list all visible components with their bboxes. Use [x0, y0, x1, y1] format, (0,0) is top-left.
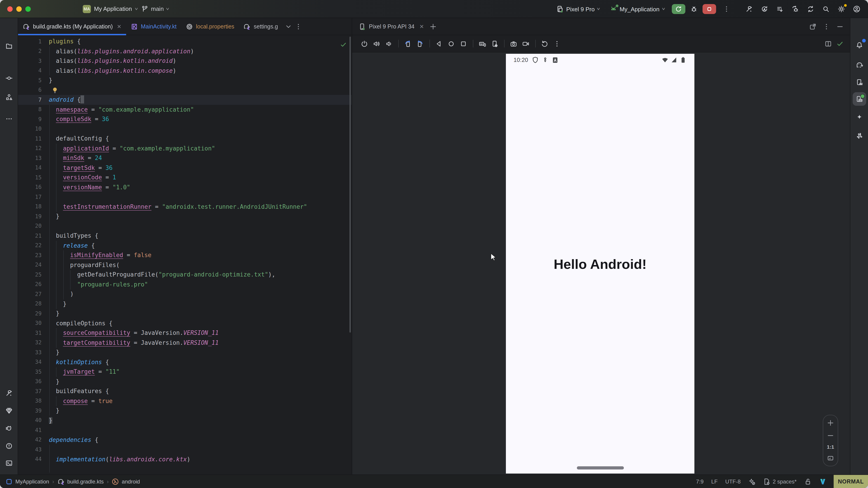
line-number[interactable]: 32: [18, 339, 49, 346]
line-number[interactable]: 27: [18, 291, 49, 297]
code-line[interactable]: 29 }: [18, 308, 352, 318]
code-line[interactable]: 10: [18, 124, 352, 134]
caret-position-widget[interactable]: 7:9: [696, 478, 704, 485]
line-number[interactable]: 40: [18, 417, 49, 424]
line-number[interactable]: 9: [18, 116, 49, 123]
line-number[interactable]: 3: [18, 58, 49, 64]
indent-widget[interactable]: 2 spaces*: [763, 478, 797, 485]
line-number[interactable]: 5: [18, 77, 49, 84]
code-line[interactable]: 5}: [18, 75, 352, 85]
code-text[interactable]: proguardFiles(: [49, 260, 120, 270]
line-number[interactable]: 28: [18, 301, 49, 307]
code-line[interactable]: 39 }: [18, 406, 352, 416]
sidebar-item-gemini[interactable]: [852, 111, 866, 124]
intention-bulb-icon[interactable]: [52, 87, 58, 93]
line-number[interactable]: 43: [18, 447, 49, 453]
line-number[interactable]: 25: [18, 271, 49, 278]
line-number[interactable]: 35: [18, 369, 49, 375]
code-line[interactable]: 8 namespace = "com.example.myapplication…: [18, 105, 352, 114]
sidebar-item-build[interactable]: [2, 386, 16, 400]
minimize-window-button[interactable]: [16, 6, 22, 12]
ai-assistant-icon[interactable]: [748, 478, 756, 485]
code-text[interactable]: }: [49, 75, 53, 85]
line-number[interactable]: 31: [18, 330, 49, 336]
code-text[interactable]: namespace = "com.example.myapplication": [49, 105, 194, 114]
code-line[interactable]: 16 versionName = "1.0": [18, 182, 352, 192]
breadcrumb-module[interactable]: MyApplication: [5, 478, 49, 485]
code-text[interactable]: alias(libs.plugins.kotlin.android): [49, 56, 176, 66]
line-number[interactable]: 12: [18, 145, 49, 152]
code-line[interactable]: 13 minSdk = 24: [18, 153, 352, 163]
settings-button[interactable]: [835, 3, 848, 15]
inspections-ok-check-icon[interactable]: [340, 41, 347, 48]
code-text[interactable]: compileSdk = 36: [49, 114, 109, 124]
code-line[interactable]: 43: [18, 445, 352, 454]
rotate-left-button[interactable]: [402, 38, 413, 49]
code-text[interactable]: alias(libs.plugins.android.application): [49, 46, 194, 56]
breadcrumb-element[interactable]: android: [112, 478, 140, 485]
code-text[interactable]: ): [49, 289, 74, 299]
code-line[interactable]: 32 targetCompatibility = JavaVersion.VER…: [18, 338, 352, 348]
line-number[interactable]: 8: [18, 106, 49, 113]
code-line[interactable]: 18 testInstrumentationRunner = "androidx…: [18, 202, 352, 212]
line-number[interactable]: 39: [18, 408, 49, 414]
sidebar-item-logcat[interactable]: [2, 422, 16, 435]
code-text[interactable]: jvmTarget = "11": [49, 367, 120, 377]
sidebar-item-project[interactable]: [2, 39, 16, 53]
code-text[interactable]: release {: [49, 240, 95, 250]
build-button[interactable]: [742, 3, 756, 15]
code-line[interactable]: 21 buildTypes {: [18, 231, 352, 240]
sidebar-item-terminal[interactable]: [2, 456, 16, 470]
line-number[interactable]: 15: [18, 174, 49, 181]
line-number[interactable]: 6: [18, 87, 49, 93]
code-text[interactable]: }: [49, 406, 59, 416]
project-widget[interactable]: MA My Application ˅: [83, 5, 137, 13]
tab-pixel-9-pro-api-34[interactable]: Pixel 9 Pro API 34 ✕: [359, 23, 424, 30]
line-number[interactable]: 29: [18, 311, 49, 317]
code-line[interactable]: 22 release {: [18, 240, 352, 250]
code-line[interactable]: 12 applicationId = "com.example.myapplic…: [18, 143, 352, 153]
stop-button[interactable]: [703, 4, 716, 14]
code-editor[interactable]: 1plugins {2 alias(libs.plugins.android.a…: [18, 35, 352, 475]
device-settings-button[interactable]: [489, 38, 500, 49]
code-line[interactable]: 35 jvmTarget = "11": [18, 367, 352, 377]
code-line[interactable]: 19 }: [18, 212, 352, 221]
zoom-to-fit-button[interactable]: [827, 454, 835, 462]
line-number[interactable]: 18: [18, 203, 49, 210]
open-in-new-window-icon[interactable]: [809, 23, 816, 30]
code-line[interactable]: 37 buildFeatures {: [18, 386, 352, 396]
code-text[interactable]: targetSdk = 36: [49, 163, 113, 173]
debug-button[interactable]: [687, 3, 701, 15]
line-number[interactable]: 1: [18, 38, 49, 45]
line-number[interactable]: 30: [18, 320, 49, 326]
sidebar-item-device-manager[interactable]: [852, 75, 866, 89]
sidebar-item-running-devices[interactable]: [852, 92, 866, 106]
zoom-in-button[interactable]: [827, 419, 835, 427]
code-line[interactable]: 4 alias(libs.plugins.kotlin.compose): [18, 66, 352, 75]
apply-code-changes-button[interactable]: [773, 3, 786, 15]
code-line[interactable]: 14 targetSdk = 36: [18, 163, 352, 173]
line-separator-widget[interactable]: LF: [711, 478, 718, 485]
tab-local-properties[interactable]: local.properties: [181, 18, 239, 35]
line-number[interactable]: 22: [18, 242, 49, 249]
add-device-tab-button[interactable]: [428, 21, 438, 32]
screen-record-button[interactable]: [520, 38, 531, 49]
more-run-options-button[interactable]: [720, 3, 733, 15]
code-line[interactable]: 36 }: [18, 377, 352, 386]
line-number[interactable]: 38: [18, 398, 49, 404]
tab-mainactivity-kt[interactable]: MainActivity.kt: [126, 18, 181, 35]
line-number[interactable]: 36: [18, 379, 49, 385]
zoom-1-1-button[interactable]: 1:1: [827, 444, 834, 450]
code-line[interactable]: 41: [18, 425, 352, 435]
code-text[interactable]: }: [49, 212, 59, 221]
code-text[interactable]: isMinifyEnabled = false: [49, 250, 151, 260]
code-text[interactable]: compose = true: [49, 396, 113, 406]
code-line[interactable]: 27 ): [18, 289, 352, 299]
search-everywhere-button[interactable]: [819, 3, 833, 15]
line-number[interactable]: 33: [18, 349, 49, 356]
line-number[interactable]: 14: [18, 165, 49, 171]
code-line[interactable]: 17: [18, 192, 352, 202]
emulator-more-button[interactable]: [551, 38, 562, 49]
code-line[interactable]: 9 compileSdk = 36: [18, 114, 352, 124]
code-line[interactable]: 6: [18, 85, 352, 95]
